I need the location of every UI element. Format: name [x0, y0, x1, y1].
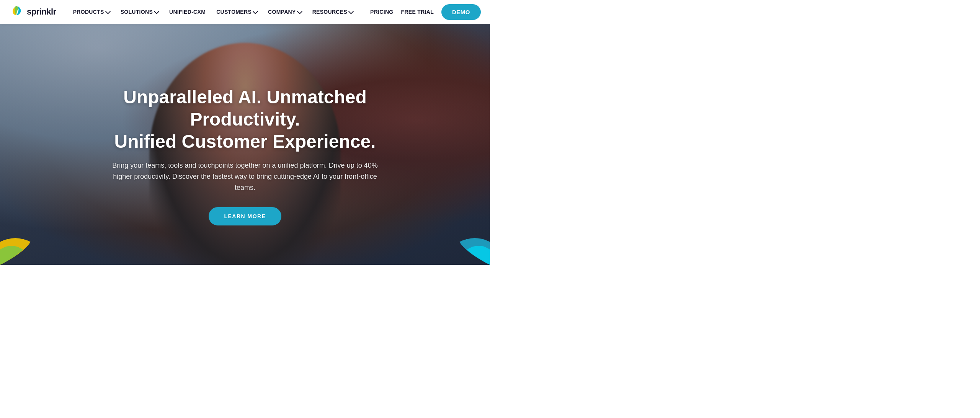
- corner-decoration-right: [444, 234, 490, 265]
- logo-text: sprinklr: [27, 7, 56, 17]
- chevron-down-icon: [105, 8, 111, 14]
- chevron-down-icon: [253, 8, 258, 14]
- hero-section: Unparalleled AI. Unmatched Productivity.…: [0, 24, 490, 265]
- pricing-link[interactable]: PRICING: [370, 9, 393, 15]
- chevron-down-icon: [297, 8, 302, 14]
- chevron-down-icon: [154, 8, 159, 14]
- nav-items: PRODUCTS SOLUTIONS UNIFIED-CXM CUSTOMERS…: [69, 6, 370, 18]
- nav-item-resources[interactable]: RESOURCES: [308, 6, 358, 18]
- navbar: sprinklr PRODUCTS SOLUTIONS UNIFIED-CXM …: [0, 0, 490, 24]
- hero-subtitle: Bring your teams, tools and touchpoints …: [107, 160, 383, 193]
- nav-item-customers[interactable]: CUSTOMERS: [212, 6, 262, 18]
- chevron-down-icon: [348, 8, 354, 14]
- hero-title: Unparalleled AI. Unmatched Productivity.…: [92, 86, 398, 152]
- nav-item-products[interactable]: PRODUCTS: [69, 6, 114, 18]
- hero-content: Unparalleled AI. Unmatched Productivity.…: [0, 24, 490, 265]
- nav-item-company[interactable]: COMPANY: [263, 6, 306, 18]
- corner-decoration-left: [0, 234, 46, 265]
- nav-item-solutions[interactable]: SOLUTIONS: [116, 6, 163, 18]
- learn-more-button[interactable]: LEARN MORE: [209, 207, 281, 225]
- nav-right: PRICING FREE TRIAL DEMO: [370, 4, 481, 20]
- demo-button[interactable]: DEMO: [441, 4, 481, 20]
- logo-link[interactable]: sprinklr: [9, 5, 56, 19]
- sprinklr-logo-icon: [9, 5, 24, 19]
- free-trial-link[interactable]: FREE TRIAL: [401, 9, 434, 15]
- nav-item-unified-cxm[interactable]: UNIFIED-CXM: [165, 6, 210, 18]
